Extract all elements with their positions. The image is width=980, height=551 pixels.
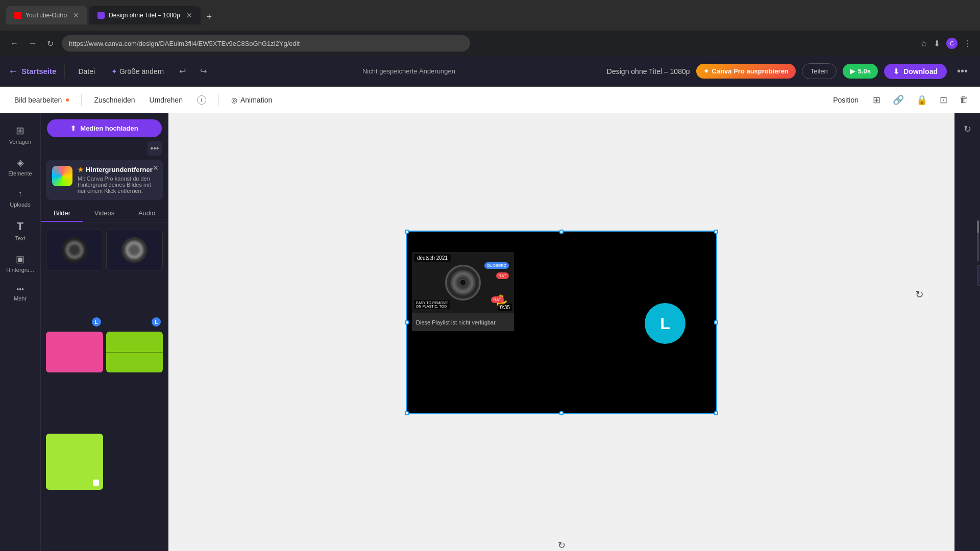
play-icon: ▶: [850, 67, 855, 75]
tab-canva[interactable]: Design ohne Titel – 1080p ✕: [89, 6, 200, 24]
share-button[interactable]: Teilen: [802, 63, 837, 79]
resize-handle-tl[interactable]: [405, 230, 409, 234]
tab-audio[interactable]: Audio: [126, 205, 168, 222]
tab-close-1[interactable]: ✕: [73, 11, 79, 19]
undo-button[interactable]: ↩: [175, 64, 190, 78]
design-title: Design ohne Titel – 1080p: [607, 67, 690, 76]
mehr-label: Mehr: [14, 295, 27, 302]
tab-videos[interactable]: Videos: [83, 205, 126, 222]
sidebar-item-uploads[interactable]: ↑ Uploads: [3, 184, 38, 213]
animation-button[interactable]: ◎ Animation: [225, 93, 278, 107]
tab-close-2[interactable]: ✕: [186, 11, 192, 19]
image-badge-2: L: [152, 317, 161, 327]
profile-icon[interactable]: C: [946, 38, 958, 49]
text-label: Text: [15, 235, 25, 241]
animation-label: Animation: [240, 96, 272, 104]
right-refresh-icon[interactable]: ↻: [960, 119, 975, 139]
tab-youtube-outro[interactable]: YouTube-Outro ✕: [6, 6, 87, 24]
youtube-favicon: [14, 12, 21, 19]
vinyl-disc: [445, 265, 481, 300]
resize-handle-bl[interactable]: [405, 411, 409, 415]
trash-icon[interactable]: 🗑: [957, 92, 972, 107]
unsaved-indicator: Nicht gespeicherte Änderungen: [362, 67, 455, 75]
forward-button[interactable]: →: [27, 37, 39, 50]
canva-topbar: ← Startseite Datei ✦ Größe ändern ↩ ↪ Ni…: [0, 56, 980, 87]
product-badge-2: RAT: [496, 272, 509, 279]
product-badge-3: RAT: [491, 296, 504, 303]
resize-handle-mr[interactable]: [714, 320, 718, 324]
link-icon[interactable]: 🔗: [890, 92, 907, 108]
image-cell-2[interactable]: L: [106, 230, 163, 329]
flip-button[interactable]: Umdrehen: [143, 93, 189, 107]
sidebar-item-hintergrund[interactable]: ▣ Hintergru...: [3, 248, 38, 278]
upload-label: Medien hochladen: [80, 124, 138, 132]
image-grid: L L: [41, 227, 168, 551]
file-menu[interactable]: Datei: [73, 64, 100, 79]
vorlagen-icon: ⊞: [16, 124, 24, 137]
user-avatar: L: [645, 303, 685, 344]
design-canvas[interactable]: deutsch 2021 ✋ GLOBERZ RAT RAT EASY TO R…: [406, 231, 717, 414]
resize-handle-br[interactable]: [714, 411, 718, 415]
image-cell-lime[interactable]: [46, 434, 103, 548]
star-icon[interactable]: ☆: [920, 39, 927, 48]
grid-icon[interactable]: ⊞: [870, 92, 884, 108]
edit-image-button[interactable]: Bild bearbeiten: [8, 93, 75, 107]
home-button[interactable]: ← Startseite: [8, 65, 56, 77]
image-cell-grass[interactable]: [106, 332, 163, 431]
image-cell-pink[interactable]: [46, 332, 103, 431]
tab-bilder[interactable]: Bilder: [41, 205, 83, 222]
star-icon: ★: [78, 166, 84, 173]
edit-image-label: Bild bearbeiten: [14, 96, 62, 104]
playlist-unavailable: Diese Playlist ist nicht verfügbar.: [412, 313, 514, 331]
media-tabs: Bilder Videos Audio: [41, 205, 168, 222]
lock-icon[interactable]: 🔒: [913, 92, 930, 108]
toolbar-separator-2: [218, 94, 219, 106]
canva-pro-button[interactable]: ✦ Canva Pro ausprobieren: [696, 64, 796, 79]
media-panel-header: ⬆ Medien hochladen •••: [41, 113, 168, 160]
rotate-handle[interactable]: ↻: [558, 540, 566, 551]
new-tab-button[interactable]: +: [203, 10, 216, 24]
frame-icon[interactable]: ⊡: [937, 92, 950, 108]
refresh-canvas-icon[interactable]: ↻: [915, 288, 924, 300]
hintergrund-icon: ▣: [16, 254, 24, 265]
browser-chrome: YouTube-Outro ✕ Design ohne Titel – 1080…: [0, 0, 980, 31]
position-button[interactable]: Position: [828, 93, 864, 107]
uploads-icon: ↑: [18, 189, 22, 199]
resize-handle-tr[interactable]: [714, 230, 718, 234]
hintergrund-label: Hintergru...: [6, 267, 34, 273]
sidebar-item-mehr[interactable]: ••• Mehr: [3, 280, 38, 307]
topbar-divider-1: [64, 64, 65, 79]
bg-remover-close[interactable]: ✕: [153, 164, 159, 172]
download-icon[interactable]: ⬇: [934, 39, 940, 48]
sidebar-item-vorlagen[interactable]: ⊞ Vorlagen: [3, 119, 38, 150]
resize-button[interactable]: ✦ Größe ändern: [106, 64, 169, 79]
url-bar[interactable]: https://www.canva.com/design/DAEulm3fll4…: [62, 35, 470, 52]
redo-button[interactable]: ↪: [196, 64, 211, 78]
resize-handle-tc[interactable]: [559, 230, 564, 234]
browser-icons: ☆ ⬇ C ⋮: [920, 38, 972, 49]
resize-handle-bc[interactable]: [559, 411, 564, 415]
uploads-label: Uploads: [10, 202, 30, 208]
elemente-icon: ◈: [17, 157, 24, 168]
download-button[interactable]: ⬇ Download: [884, 64, 947, 79]
info-button[interactable]: i: [191, 92, 212, 108]
extension-icon[interactable]: ⋮: [964, 39, 972, 48]
play-button[interactable]: ▶ 5.0s: [843, 64, 878, 79]
resize-handle-ml[interactable]: [405, 320, 409, 324]
image-cell-1[interactable]: L: [46, 230, 103, 329]
canva-favicon: [97, 12, 105, 19]
sidebar-item-text[interactable]: T Text: [3, 215, 38, 246]
main-layout: ⊞ Vorlagen ◈ Elemente ↑ Uploads T Text ▣…: [0, 113, 980, 551]
crop-button[interactable]: Zuschneiden: [88, 93, 141, 107]
more-options-button[interactable]: •••: [953, 63, 972, 79]
edit-indicator: [66, 98, 69, 102]
refresh-button[interactable]: ↻: [45, 37, 56, 51]
right-panel: ↻: [954, 113, 980, 551]
canvas-wrapper: deutsch 2021 ✋ GLOBERZ RAT RAT EASY TO R…: [168, 113, 954, 532]
vorlagen-label: Vorlagen: [9, 139, 31, 145]
back-button[interactable]: ←: [8, 37, 20, 50]
panel-more-button[interactable]: •••: [148, 141, 162, 156]
upload-media-button[interactable]: ⬆ Medien hochladen: [47, 119, 162, 137]
upload-icon: ⬆: [70, 124, 76, 132]
sidebar-item-elemente[interactable]: ◈ Elemente: [3, 152, 38, 182]
